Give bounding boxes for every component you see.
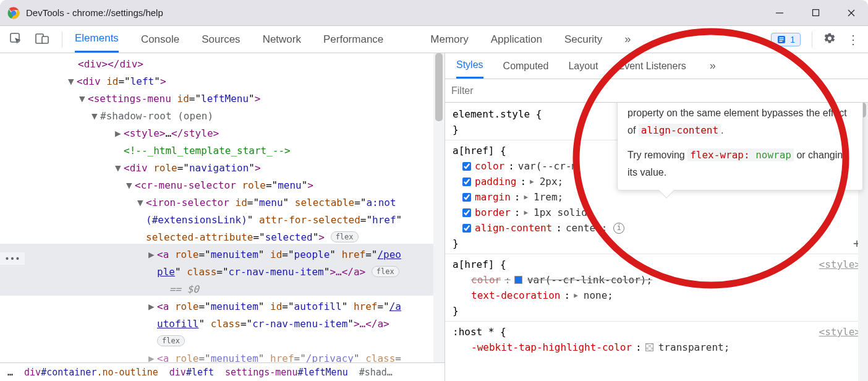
subtab-computed[interactable]: Computed [503,53,549,79]
prop-name[interactable]: margin [475,189,511,205]
subtab-styles[interactable]: Styles [456,53,483,79]
collapse-icon[interactable]: ▼ [79,90,88,108]
dom-node-selected[interactable]: <a [157,249,175,260]
prop-name[interactable]: color [471,272,501,288]
tab-application[interactable]: Application [491,26,542,53]
href-link[interactable]: utofill [157,318,198,330]
prop-name[interactable]: -webkit-tap-highlight-color [471,340,632,355]
issues-button[interactable]: 1 [771,33,801,46]
expand-tri-icon[interactable]: ▶ [524,205,528,220]
issues-icon [777,35,786,45]
collapse-icon[interactable]: ▼ [126,177,135,194]
prop-value[interactable]: var(--cr-m [518,158,577,174]
maximize-button[interactable] [810,7,821,19]
rule-selector[interactable]: a[href] { [453,259,506,270]
rule-source-link[interactable]: <style> [819,257,861,272]
info-icon[interactable]: i [613,223,624,234]
dom-node[interactable]: <a [157,353,175,362]
expand-tri-icon[interactable]: ▶ [574,288,578,303]
rule-selector[interactable]: :host * { [453,326,506,338]
breadcrumb-item[interactable]: div#container.no-outline [24,367,158,378]
prop-name[interactable]: border [475,205,511,220]
breadcrumb-item[interactable]: div#left [169,367,214,378]
color-swatch[interactable] [645,343,653,351]
styles-subtabs: Styles Computed Layout Event Listeners » [445,53,868,79]
window-controls [774,7,861,19]
prop-toggle-checkbox[interactable] [462,224,471,233]
dom-node[interactable]: <cr-menu-selector [135,179,242,191]
collapse-icon[interactable]: ▼ [68,73,77,90]
prop-name[interactable]: align-content [475,220,552,236]
dom-node[interactable]: <div [77,75,106,87]
settings-gear-icon[interactable] [823,32,836,46]
tab-elements[interactable]: Elements [75,26,119,53]
prop-value[interactable]: transparent; [658,340,730,355]
collapse-icon[interactable]: ▼ [115,160,124,177]
href-link[interactable]: /a [389,301,401,312]
prop-toggle-checkbox[interactable] [462,208,471,217]
prop-value[interactable]: 2px; [540,174,564,189]
tab-security[interactable]: Security [564,26,602,53]
breadcrumb-item[interactable]: settings-menu#leftMenu [225,367,348,378]
color-swatch[interactable] [514,276,522,284]
inspect-element-icon[interactable] [9,32,22,47]
prop-name[interactable]: padding [475,174,516,189]
device-toggle-icon[interactable] [35,32,49,47]
expand-icon[interactable]: ▶ [148,246,157,263]
rule-source-link[interactable]: <style> [819,324,861,340]
collapse-icon[interactable]: ▼ [137,194,146,212]
prop-value[interactable]: var(--cr-link-color); [527,272,652,288]
dom-node[interactable]: <iron-selector [146,197,236,208]
flex-badge[interactable]: flex [157,335,185,346]
prop-name[interactable]: color [475,158,504,174]
breadcrumb-trail[interactable]: … div#container.no-outline div#left sett… [0,362,445,381]
collapse-icon[interactable]: ▼ [91,108,100,125]
style-rule[interactable]: <style>a[href] { color: var(--cr-link-co… [453,257,861,319]
prop-toggle-checkbox[interactable] [462,193,471,202]
expand-tri-icon[interactable]: ▶ [524,189,528,205]
minimize-button[interactable] [774,7,785,19]
prop-value[interactable]: none; [584,288,613,303]
expand-tri-icon[interactable]: ▶ [530,174,534,189]
style-rule[interactable]: <style>:host * { -webkit-tap-highlight-c… [453,324,861,355]
expand-icon[interactable]: ▶ [148,350,157,362]
prop-value[interactable]: 1rem; [534,189,563,205]
expand-icon[interactable]: ▶ [148,298,157,315]
close-button[interactable] [846,7,857,19]
breadcrumb-overflow[interactable]: … [7,367,13,378]
tab-network[interactable]: Network [263,26,301,53]
filter-input[interactable] [451,85,575,96]
tab-memory[interactable]: Memory [430,26,468,53]
tab-console[interactable]: Console [141,26,179,53]
tabs-overflow-icon[interactable]: » [624,33,631,46]
dom-comment[interactable]: <!--_html_template_start_--> [124,145,291,156]
tab-performance[interactable]: Performance [323,26,383,53]
shadow-root-label[interactable]: #shadow-root (open) [100,110,213,122]
dom-node[interactable]: <settings-menu [88,93,177,105]
breadcrumb-item[interactable]: #shad… [359,367,393,378]
subtabs-overflow-icon[interactable]: » [710,59,716,72]
href-link[interactable]: ple [157,266,175,278]
href-link[interactable]: /peo [377,249,401,260]
dom-node[interactable]: <div [124,162,153,174]
prop-value[interactable]: center; [566,220,607,236]
flex-badge[interactable]: flex [372,266,399,277]
prop-toggle-checkbox[interactable] [462,178,471,186]
dom-tree[interactable]: ••• <div></div> ▼<div id="left"> ▼<setti… [0,53,445,362]
tab-sources[interactable]: Sources [202,26,240,53]
subtab-event-listeners[interactable]: Event Listeners [618,53,686,79]
prop-value[interactable]: 1px solid; [534,205,593,220]
dom-node[interactable]: <style> [124,127,165,139]
prop-name[interactable]: text-decoration [471,288,561,303]
dom-node[interactable]: <div></div> [78,58,143,70]
kebab-menu-icon[interactable]: ⋮ [847,38,859,41]
subtab-layout[interactable]: Layout [568,53,598,79]
styles-pane[interactable]: element.style { } a[href] { color: var(-… [445,103,868,381]
expand-icon[interactable]: ▶ [115,125,124,142]
rule-close: } [453,238,459,249]
flex-badge[interactable]: flex [331,231,359,242]
prop-toggle-checkbox[interactable] [462,162,471,171]
svg-rect-13 [780,41,783,42]
href-link[interactable]: /privacy [306,353,354,362]
dom-node[interactable]: <a [157,301,175,312]
